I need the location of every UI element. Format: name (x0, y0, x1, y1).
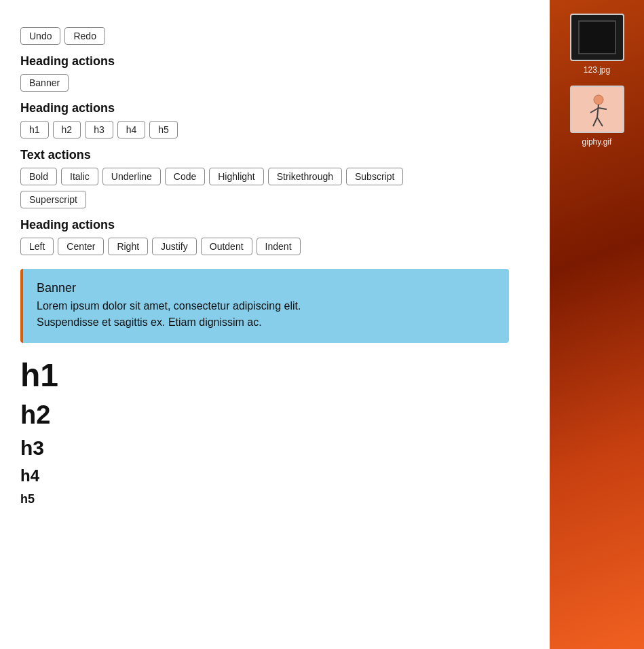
italic-button[interactable]: Italic (61, 168, 98, 185)
text-actions-toolbar-row2: Superscript (20, 191, 529, 208)
h3-preview: h3 (20, 437, 529, 460)
redo-button[interactable]: Redo (64, 27, 105, 45)
sidebar-file-jpg[interactable]: 123.jpg (570, 14, 624, 75)
h4-button[interactable]: h4 (117, 121, 146, 138)
banner-text: Lorem ipsum dolor sit amet, consectetur … (37, 298, 495, 331)
strikethrough-button[interactable]: Strikethrough (268, 168, 342, 185)
h2-preview: h2 (20, 401, 529, 430)
h1-preview: h1 (20, 356, 529, 394)
heading-actions-2-label: Heading actions (20, 101, 529, 115)
svg-point-1 (594, 95, 603, 105)
h1-button[interactable]: h1 (20, 121, 49, 138)
text-actions-toolbar-row1: Bold Italic Underline Code Highlight Str… (20, 168, 529, 185)
code-button[interactable]: Code (165, 168, 205, 185)
center-button[interactable]: Center (58, 238, 104, 255)
heading-actions-3-label: Heading actions (20, 218, 529, 232)
jpg-thumbnail (570, 14, 624, 61)
gif-file-label: giphy.gif (582, 137, 612, 147)
heading-actions-1-label: Heading actions (20, 54, 529, 69)
h5-preview: h5 (20, 492, 529, 506)
jpg-thumbnail-inner (578, 20, 616, 54)
left-button[interactable]: Left (20, 238, 54, 255)
heading-actions-1-toolbar: Banner (20, 74, 529, 92)
underline-button[interactable]: Underline (102, 168, 161, 185)
text-actions-label: Text actions (20, 148, 529, 162)
highlight-button[interactable]: Highlight (209, 168, 263, 185)
bold-button[interactable]: Bold (20, 168, 57, 185)
gif-thumbnail (570, 86, 624, 133)
heading-actions-3-toolbar: Left Center Right Justify Outdent Indent (20, 238, 529, 255)
banner-title: Banner (37, 281, 495, 295)
h3-button[interactable]: h3 (85, 121, 113, 138)
gif-thumbnail-svg (577, 89, 618, 130)
outdent-button[interactable]: Outdent (201, 238, 252, 255)
undo-redo-toolbar: Undo Redo (20, 27, 529, 45)
banner-preview: Banner Lorem ipsum dolor sit amet, conse… (20, 269, 509, 343)
superscript-button[interactable]: Superscript (20, 191, 86, 208)
sidebar-file-gif[interactable]: giphy.gif (570, 86, 624, 147)
indent-button[interactable]: Indent (257, 238, 301, 255)
undo-button[interactable]: Undo (20, 27, 60, 45)
justify-button[interactable]: Justify (152, 238, 197, 255)
subscript-button[interactable]: Subscript (346, 168, 403, 185)
right-button[interactable]: Right (108, 238, 148, 255)
h2-button[interactable]: h2 (53, 121, 81, 138)
jpg-file-label: 123.jpg (584, 65, 610, 75)
banner-button[interactable]: Banner (20, 74, 69, 92)
main-panel: Undo Redo Heading actions Banner Heading… (0, 0, 550, 649)
h4-preview: h4 (20, 466, 529, 485)
heading-actions-2-toolbar: h1 h2 h3 h4 h5 (20, 121, 529, 138)
h5-button[interactable]: h5 (149, 121, 178, 138)
sidebar: 123.jpg giphy.gif (550, 0, 644, 649)
